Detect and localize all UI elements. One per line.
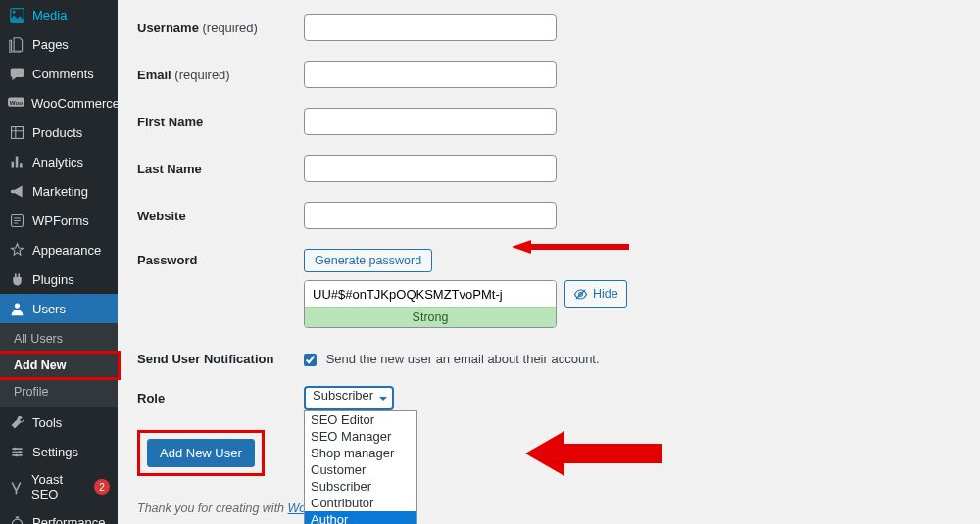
add-new-user-button[interactable]: Add New User: [147, 439, 255, 467]
role-select[interactable]: Subscriber: [304, 386, 394, 410]
username-input[interactable]: [304, 14, 557, 41]
main-content: Username (required) Email (required) Fir…: [118, 0, 980, 524]
username-label: Username (required): [137, 21, 304, 35]
send-notification-text: Send the new user an email about their a…: [326, 352, 600, 366]
sidebar-label: Plugins: [32, 272, 74, 287]
lastname-label: Last Name: [137, 162, 304, 176]
firstname-input[interactable]: [304, 108, 557, 135]
sidebar-item-tools[interactable]: Tools: [0, 407, 118, 437]
submenu-add-new[interactable]: Add New: [0, 354, 118, 377]
woo-icon: Woo: [8, 94, 24, 112]
role-option-seo-manager[interactable]: SEO Manager: [305, 428, 416, 445]
sidebar-label: Users: [32, 302, 66, 316]
svg-point-5: [14, 303, 19, 308]
website-label: Website: [137, 209, 304, 223]
website-input[interactable]: [304, 202, 557, 229]
hide-password-button[interactable]: Hide: [564, 280, 627, 308]
role-option-seo-editor[interactable]: SEO Editor: [305, 411, 416, 428]
admin-sidebar: Media Pages Comments Woo WooCommerce Pro…: [0, 0, 118, 524]
sidebar-label: Pages: [32, 37, 69, 52]
role-dropdown: SEO Editor SEO Manager Shop manager Cust…: [304, 410, 417, 524]
sidebar-label: Comments: [32, 67, 94, 81]
footer-credit: Thank you for creating with WordPress.: [137, 501, 960, 515]
password-strength: Strong: [305, 307, 556, 327]
lastname-input[interactable]: [304, 155, 557, 182]
sidebar-item-marketing[interactable]: Marketing: [0, 176, 118, 206]
performance-icon: [8, 513, 25, 524]
eye-slash-icon: [573, 287, 588, 302]
role-option-contributor[interactable]: Contributor: [305, 495, 416, 511]
sidebar-label: Yoast SEO: [31, 472, 83, 501]
svg-point-11: [15, 453, 18, 456]
sidebar-label: Products: [32, 125, 82, 140]
sidebar-label: Tools: [32, 415, 62, 430]
comments-icon: [8, 65, 25, 82]
submenu-profile[interactable]: Profile: [0, 380, 118, 404]
annotation-submit-box: Add New User: [137, 430, 265, 476]
sidebar-item-comments[interactable]: Comments: [0, 59, 118, 88]
role-label: Role: [137, 391, 304, 405]
yoast-icon: [8, 478, 24, 496]
sidebar-item-plugins[interactable]: Plugins: [0, 264, 118, 294]
sidebar-item-yoast[interactable]: Yoast SEO 2: [0, 466, 118, 507]
sidebar-item-woocommerce[interactable]: Woo WooCommerce: [0, 88, 118, 118]
sidebar-label: Media: [32, 8, 67, 23]
appearance-icon: [8, 241, 25, 259]
svg-rect-3: [11, 126, 23, 138]
svg-point-10: [18, 451, 21, 453]
wpforms-icon: [8, 212, 25, 229]
badge: 2: [94, 479, 110, 495]
sidebar-item-wpforms[interactable]: WPForms: [0, 206, 118, 235]
sidebar-label: WPForms: [32, 214, 89, 228]
sidebar-item-products[interactable]: Products: [0, 118, 118, 147]
settings-icon: [8, 443, 25, 460]
pages-icon: [8, 35, 25, 53]
sidebar-label: Marketing: [32, 184, 88, 199]
email-label: Email (required): [137, 68, 304, 82]
role-option-customer[interactable]: Customer: [305, 461, 416, 478]
tools-icon: [8, 413, 25, 431]
sidebar-item-settings[interactable]: Settings: [0, 437, 118, 466]
users-icon: [8, 300, 25, 317]
role-option-author[interactable]: Author: [305, 511, 416, 524]
firstname-label: First Name: [137, 115, 304, 129]
role-option-subscriber[interactable]: Subscriber: [305, 478, 416, 495]
sidebar-label: WooCommerce: [31, 96, 120, 111]
svg-point-12: [12, 519, 22, 524]
sidebar-item-appearance[interactable]: Appearance: [0, 235, 118, 264]
sidebar-submenu: All Users Add New Profile: [0, 323, 118, 407]
generate-password-button[interactable]: Generate password: [304, 249, 432, 272]
sidebar-label: Analytics: [32, 155, 83, 169]
analytics-icon: [8, 153, 25, 170]
sidebar-label: Performance: [32, 515, 105, 525]
sidebar-label: Settings: [32, 445, 78, 459]
sidebar-label: Appearance: [32, 243, 101, 258]
products-icon: [8, 123, 25, 141]
email-input[interactable]: [304, 61, 557, 88]
password-input[interactable]: [305, 281, 556, 307]
marketing-icon: [8, 182, 25, 200]
sidebar-item-pages[interactable]: Pages: [0, 29, 118, 59]
plugins-icon: [8, 270, 25, 288]
media-icon: [8, 6, 25, 24]
sidebar-item-performance[interactable]: Performance: [0, 507, 118, 524]
submenu-all-users[interactable]: All Users: [0, 327, 118, 351]
sidebar-item-users[interactable]: Users: [0, 294, 118, 323]
send-notification-label: Send User Notification: [137, 352, 304, 366]
sidebar-item-analytics[interactable]: Analytics: [0, 147, 118, 176]
send-notification-checkbox[interactable]: [304, 354, 317, 366]
sidebar-item-media[interactable]: Media: [0, 0, 118, 29]
role-option-shop-manager[interactable]: Shop manager: [305, 445, 416, 461]
svg-point-9: [13, 447, 16, 450]
svg-text:Woo: Woo: [10, 99, 23, 106]
annotation-add-new: Add New: [0, 351, 121, 380]
password-label: Password: [137, 249, 304, 267]
